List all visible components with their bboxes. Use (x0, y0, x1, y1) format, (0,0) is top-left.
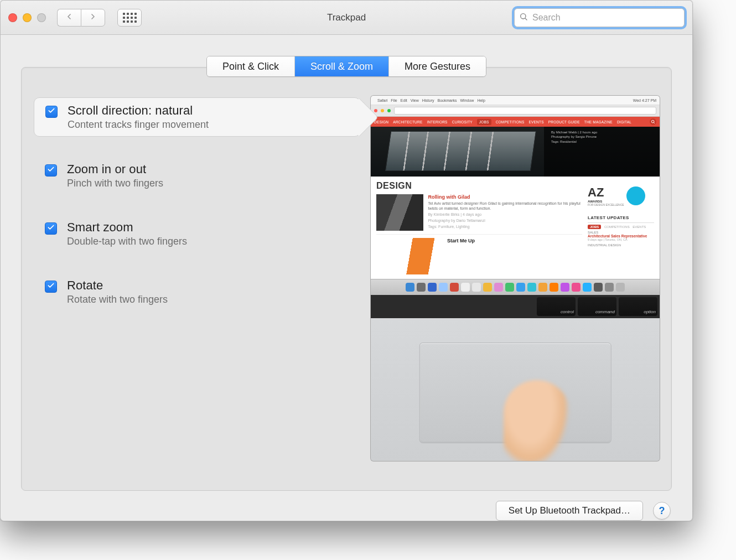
preview-macbook: control command option (371, 295, 660, 461)
preview-dock-app-icon (417, 283, 426, 292)
preview-az-sub: FOR DESIGN EXCELLENCE (588, 203, 624, 206)
preview-item-meta: 9 days ago | Toronto, ON, CA (588, 238, 654, 241)
grid-icon (123, 13, 137, 23)
preview-article-byline: Photography by Dario Tettamanzi (428, 218, 582, 223)
preview-nav-item: DESIGN (374, 120, 388, 124)
preview-hero-image (385, 131, 536, 171)
menubar-item: History (422, 98, 434, 102)
setup-bluetooth-trackpad-button[interactable]: Set Up Bluetooth Trackpad… (496, 501, 643, 521)
preview-article-thumb (376, 238, 443, 274)
show-all-prefs-button[interactable] (117, 9, 142, 27)
preview-dock-app-icon (439, 283, 448, 292)
preview-dock-app-icon (594, 283, 603, 292)
search-input[interactable] (531, 12, 680, 23)
preview-article-thumb (376, 194, 423, 231)
option-text: Scroll direction: natural Content tracks… (68, 103, 209, 131)
preview-site-nav: DESIGN ARCHITECTURE INTERIORS CURIOSITY … (371, 117, 660, 127)
svg-point-2 (651, 120, 654, 123)
preview-dock-app-icon (550, 283, 558, 292)
forward-button[interactable] (81, 9, 105, 27)
preview-dock-app-icon (616, 283, 625, 292)
preview-key: option (619, 297, 657, 316)
chevron-left-icon (65, 12, 74, 23)
preview-dock-app-icon (472, 283, 481, 292)
preview-frame: Safari File Edit View History Bookmarks … (370, 95, 660, 462)
check-icon (47, 282, 55, 292)
preview-nav-item: PRODUCT GUIDE (548, 120, 580, 124)
preview-section-heading: DESIGN (376, 181, 582, 191)
option-zoom[interactable]: Zoom in or out Pinch with two fingers (34, 157, 360, 195)
trackpad-preferences-window: Trackpad Point & Click Scroll & Zoom Mor… (0, 0, 693, 521)
preview-sidebar-item: SALES Architectural Sales Representative… (588, 231, 654, 241)
checkbox-smart-zoom[interactable] (45, 222, 57, 235)
tab-scroll-zoom[interactable]: Scroll & Zoom (295, 56, 389, 76)
preview-sidebar-tab: EVENTS (633, 225, 646, 229)
titlebar: Trackpad (1, 1, 692, 35)
close-window-button[interactable] (8, 13, 17, 22)
preview-dock-app-icon (605, 283, 614, 292)
menubar-item: Bookmarks (437, 98, 457, 102)
back-button[interactable] (57, 9, 81, 27)
svg-line-3 (654, 122, 655, 123)
preview-dock-app-icon (572, 283, 580, 292)
option-scroll-direction[interactable]: Scroll direction: natural Content tracks… (34, 97, 360, 137)
preview-sidebar-tab: COMPETITIONS (604, 225, 630, 229)
option-subtitle: Pinch with two fingers (67, 178, 163, 189)
preview-register-badge (626, 186, 645, 205)
checkbox-scroll-direction[interactable] (45, 106, 58, 118)
menubar-item: File (391, 98, 397, 102)
preview-article-title: Rolling with Gilad (428, 194, 582, 200)
menubar-item: Help (477, 98, 485, 102)
minimize-window-button[interactable] (23, 13, 32, 22)
check-icon (47, 165, 55, 175)
menubar-item: Window (460, 98, 474, 102)
preview-body: DESIGN Rolling with Gilad Tel Aviv artis… (371, 177, 660, 279)
preview-nav-item: COMPETITIONS (496, 120, 525, 124)
gesture-preview: Safari File Edit View History Bookmarks … (370, 95, 659, 479)
svg-line-1 (525, 18, 527, 20)
preview-dock-app-icon (461, 283, 470, 292)
preview-article-byline: By Kimberlie Birks | 4 days ago (428, 212, 582, 217)
options-list: Scroll direction: natural Content tracks… (34, 95, 360, 479)
tab-more-gestures[interactable]: More Gestures (389, 56, 486, 76)
option-title: Smart zoom (67, 220, 187, 235)
preview-nav-item: DIGITAL (617, 120, 631, 124)
menubar-item: Safari (377, 98, 387, 102)
checkbox-zoom[interactable] (45, 164, 57, 177)
preview-nav-item: CURIOSITY (452, 120, 473, 124)
preview-article-title: Start Me Up (447, 238, 475, 243)
option-rotate[interactable]: Rotate Rotate with two fingers (34, 273, 360, 311)
preview-article-blurb: Tel Aviv artist turned designer Ron Gila… (428, 201, 582, 211)
preview-dock-app-icon (494, 283, 503, 292)
menubar-item: View (411, 98, 419, 102)
preview-sidebar-tabs: JOBS COMPETITIONS EVENTS (588, 222, 654, 229)
search-field-wrap[interactable] (514, 8, 685, 27)
preview-item-title: Architectural Sales Representative (588, 234, 654, 238)
option-title: Scroll direction: natural (68, 103, 209, 118)
tab-point-click[interactable]: Point & Click (207, 56, 295, 76)
preview-az-badge: AZ AWARDS FOR DESIGN EXCELLENCE (588, 181, 654, 211)
preview-dock-app-icon (538, 283, 547, 292)
search-icon (519, 12, 528, 23)
option-text: Smart zoom Double-tap with two fingers (67, 220, 187, 247)
option-text: Zoom in or out Pinch with two fingers (67, 162, 163, 189)
option-smart-zoom[interactable]: Smart zoom Double-tap with two fingers (34, 215, 360, 253)
preview-dock-app-icon (505, 283, 514, 292)
zoom-window-button[interactable] (37, 13, 46, 22)
preview-nav-item: INTERIORS (427, 120, 447, 124)
preview-sidebar: AZ AWARDS FOR DESIGN EXCELLENCE LATEST U… (588, 181, 654, 274)
option-subtitle: Rotate with two fingers (67, 294, 168, 305)
preview-nav-item-selected: JOBS (477, 119, 491, 125)
chevron-right-icon (89, 12, 97, 23)
preview-article-meta: Rolling with Gilad Tel Aviv artist turne… (428, 194, 582, 231)
preview-hero-meta: By Michael Webb | 2 hours ago Photograph… (551, 130, 655, 144)
checkbox-rotate[interactable] (45, 281, 57, 293)
preview-search-icon (650, 118, 656, 125)
option-text: Rotate Rotate with two fingers (67, 278, 168, 305)
traffic-lights (8, 13, 46, 22)
preview-meta-line: Photography by Sergio Pirrone (551, 134, 655, 139)
nav-buttons (57, 9, 105, 27)
preview-safari-chrome (371, 105, 660, 117)
help-button[interactable]: ? (653, 502, 671, 520)
preview-hero: By Michael Webb | 2 hours ago Photograph… (371, 127, 660, 177)
